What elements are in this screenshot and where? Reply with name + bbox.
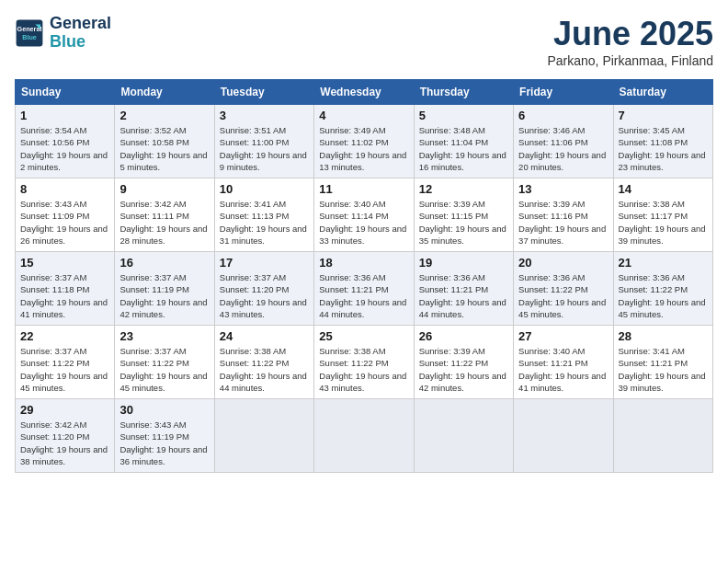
day-number: 17 (220, 256, 309, 270)
day-info: Sunrise: 3:39 AMSunset: 11:15 PMDaylight… (419, 198, 508, 247)
calendar-day-cell: 1Sunrise: 3:54 AMSunset: 10:56 PMDayligh… (16, 105, 115, 178)
day-info: Sunrise: 3:37 AMSunset: 11:20 PMDaylight… (220, 271, 309, 320)
calendar-day-cell: 4Sunrise: 3:49 AMSunset: 11:02 PMDayligh… (314, 105, 414, 178)
day-number: 24 (220, 329, 309, 343)
day-info: Sunrise: 3:40 AMSunset: 11:14 PMDaylight… (319, 198, 408, 247)
day-info: Sunrise: 3:39 AMSunset: 11:16 PMDaylight… (518, 198, 608, 247)
day-number: 29 (20, 403, 109, 417)
day-number: 20 (518, 256, 608, 270)
day-number: 11 (319, 182, 408, 196)
day-number: 7 (619, 109, 708, 122)
day-number: 1 (20, 109, 109, 122)
calendar-day-cell: 18Sunrise: 3:36 AMSunset: 11:21 PMDaylig… (314, 252, 414, 326)
day-number: 3 (220, 109, 309, 122)
day-info: Sunrise: 3:39 AMSunset: 11:22 PMDaylight… (419, 345, 508, 394)
calendar-day-cell: 21Sunrise: 3:36 AMSunset: 11:22 PMDaylig… (613, 252, 712, 326)
calendar-day-cell: 29Sunrise: 3:42 AMSunset: 11:20 PMDaylig… (16, 399, 115, 473)
calendar-day-cell: 17Sunrise: 3:37 AMSunset: 11:20 PMDaylig… (214, 252, 313, 326)
calendar-day-cell: 14Sunrise: 3:38 AMSunset: 11:17 PMDaylig… (613, 178, 712, 252)
calendar-day-cell: 28Sunrise: 3:41 AMSunset: 11:21 PMDaylig… (613, 326, 712, 399)
calendar-day-cell: 20Sunrise: 3:36 AMSunset: 11:22 PMDaylig… (514, 252, 613, 326)
day-number: 8 (20, 182, 109, 196)
day-number: 25 (319, 329, 408, 343)
day-info: Sunrise: 3:38 AMSunset: 11:22 PMDaylight… (319, 345, 408, 394)
calendar-day-cell (214, 399, 313, 473)
day-number: 12 (419, 182, 508, 196)
svg-text:Blue: Blue (22, 33, 37, 41)
calendar-day-cell: 19Sunrise: 3:36 AMSunset: 11:21 PMDaylig… (414, 252, 513, 326)
calendar-day-cell: 2Sunrise: 3:52 AMSunset: 10:58 PMDayligh… (115, 105, 214, 178)
day-number: 13 (518, 182, 608, 196)
calendar-day-cell: 8Sunrise: 3:43 AMSunset: 11:09 PMDayligh… (16, 178, 115, 252)
day-info: Sunrise: 3:38 AMSunset: 11:22 PMDaylight… (220, 345, 309, 394)
calendar-day-cell: 23Sunrise: 3:37 AMSunset: 11:22 PMDaylig… (115, 326, 214, 399)
day-info: Sunrise: 3:41 AMSunset: 11:13 PMDaylight… (220, 198, 309, 247)
calendar-week-row: 29Sunrise: 3:42 AMSunset: 11:20 PMDaylig… (16, 399, 713, 473)
day-info: Sunrise: 3:41 AMSunset: 11:21 PMDaylight… (619, 345, 708, 394)
calendar-day-cell: 16Sunrise: 3:37 AMSunset: 11:19 PMDaylig… (115, 252, 214, 326)
day-info: Sunrise: 3:49 AMSunset: 11:02 PMDaylight… (319, 124, 408, 173)
calendar-day-cell (314, 399, 414, 473)
day-info: Sunrise: 3:36 AMSunset: 11:22 PMDaylight… (619, 271, 708, 320)
day-number: 26 (419, 329, 508, 343)
day-info: Sunrise: 3:51 AMSunset: 11:00 PMDaylight… (220, 124, 309, 173)
day-number: 9 (119, 182, 209, 196)
day-number: 30 (119, 403, 209, 417)
weekday-header-saturday: Saturday (613, 80, 712, 105)
day-number: 10 (220, 182, 309, 196)
calendar-day-cell (613, 399, 712, 473)
calendar-day-cell: 6Sunrise: 3:46 AMSunset: 11:06 PMDayligh… (514, 105, 613, 178)
calendar-week-row: 22Sunrise: 3:37 AMSunset: 11:22 PMDaylig… (16, 326, 713, 399)
calendar-table: SundayMondayTuesdayWednesdayThursdayFrid… (15, 79, 713, 473)
day-info: Sunrise: 3:37 AMSunset: 11:18 PMDaylight… (20, 271, 109, 320)
day-info: Sunrise: 3:54 AMSunset: 10:56 PMDaylight… (20, 124, 109, 173)
calendar-day-cell: 27Sunrise: 3:40 AMSunset: 11:21 PMDaylig… (514, 326, 613, 399)
day-number: 22 (20, 329, 109, 343)
calendar-day-cell (414, 399, 513, 473)
day-number: 2 (119, 109, 209, 122)
day-info: Sunrise: 3:45 AMSunset: 11:08 PMDaylight… (619, 124, 708, 173)
day-info: Sunrise: 3:43 AMSunset: 11:19 PMDaylight… (119, 419, 209, 467)
day-number: 5 (419, 109, 508, 122)
day-number: 21 (619, 256, 708, 270)
weekday-header-friday: Friday (514, 80, 613, 105)
calendar-day-cell: 7Sunrise: 3:45 AMSunset: 11:08 PMDayligh… (613, 105, 712, 178)
calendar-day-cell: 9Sunrise: 3:42 AMSunset: 11:11 PMDayligh… (115, 178, 214, 252)
day-info: Sunrise: 3:36 AMSunset: 11:21 PMDaylight… (419, 271, 508, 320)
calendar-day-cell: 15Sunrise: 3:37 AMSunset: 11:18 PMDaylig… (16, 252, 115, 326)
calendar-week-row: 8Sunrise: 3:43 AMSunset: 11:09 PMDayligh… (16, 178, 713, 252)
day-info: Sunrise: 3:40 AMSunset: 11:21 PMDaylight… (518, 345, 608, 394)
day-info: Sunrise: 3:42 AMSunset: 11:11 PMDaylight… (119, 198, 209, 247)
weekday-header-tuesday: Tuesday (214, 80, 313, 105)
day-number: 14 (619, 182, 708, 196)
day-info: Sunrise: 3:36 AMSunset: 11:21 PMDaylight… (319, 271, 408, 320)
calendar-week-row: 15Sunrise: 3:37 AMSunset: 11:18 PMDaylig… (16, 252, 713, 326)
calendar-day-cell: 24Sunrise: 3:38 AMSunset: 11:22 PMDaylig… (214, 326, 313, 399)
day-number: 4 (319, 109, 408, 122)
logo: General Blue General Blue (15, 15, 111, 52)
weekday-header-row: SundayMondayTuesdayWednesdayThursdayFrid… (16, 80, 713, 105)
day-info: Sunrise: 3:38 AMSunset: 11:17 PMDaylight… (619, 198, 708, 247)
logo-text: General Blue (50, 15, 111, 52)
title-area: June 2025 Parkano, Pirkanmaa, Finland (547, 15, 713, 68)
day-number: 6 (518, 109, 608, 122)
logo-icon: General Blue (15, 18, 44, 48)
day-number: 19 (419, 256, 508, 270)
day-info: Sunrise: 3:43 AMSunset: 11:09 PMDaylight… (20, 198, 109, 247)
day-number: 15 (20, 256, 109, 270)
month-title: June 2025 (547, 15, 713, 53)
location-title: Parkano, Pirkanmaa, Finland (547, 53, 713, 68)
calendar-day-cell: 26Sunrise: 3:39 AMSunset: 11:22 PMDaylig… (414, 326, 513, 399)
weekday-header-thursday: Thursday (414, 80, 513, 105)
day-info: Sunrise: 3:42 AMSunset: 11:20 PMDaylight… (20, 419, 109, 467)
weekday-header-monday: Monday (115, 80, 214, 105)
day-number: 27 (518, 329, 608, 343)
calendar-day-cell: 11Sunrise: 3:40 AMSunset: 11:14 PMDaylig… (314, 178, 414, 252)
day-number: 28 (619, 329, 708, 343)
day-info: Sunrise: 3:46 AMSunset: 11:06 PMDaylight… (518, 124, 608, 173)
calendar-day-cell: 13Sunrise: 3:39 AMSunset: 11:16 PMDaylig… (514, 178, 613, 252)
day-number: 16 (119, 256, 209, 270)
weekday-header-wednesday: Wednesday (314, 80, 414, 105)
calendar-day-cell: 5Sunrise: 3:48 AMSunset: 11:04 PMDayligh… (414, 105, 513, 178)
day-info: Sunrise: 3:37 AMSunset: 11:22 PMDaylight… (119, 345, 209, 394)
